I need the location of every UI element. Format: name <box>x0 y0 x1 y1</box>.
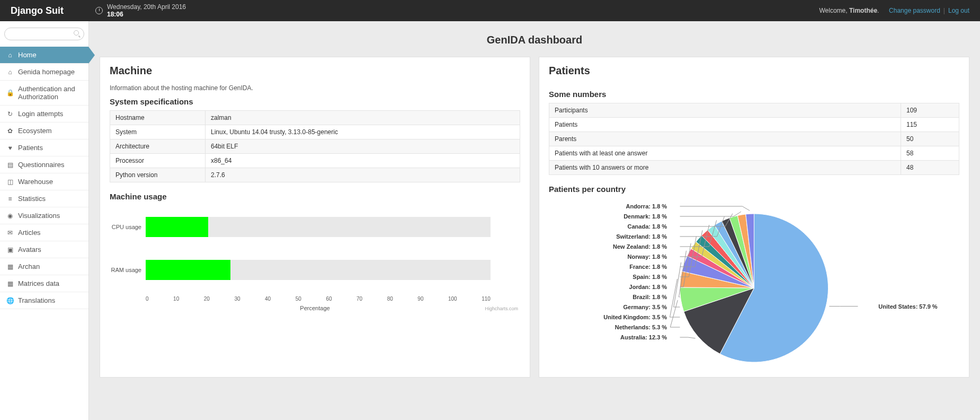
chart-tick: 0 <box>146 296 149 302</box>
num-value: 50 <box>901 132 959 146</box>
nav-item-questionnaires[interactable]: ▤Questionnaires <box>0 156 88 173</box>
spec-value: 64bit ELF <box>206 139 520 154</box>
page-title: GenIDA dashboard <box>100 27 969 57</box>
globe-icon: 🌐 <box>6 297 14 304</box>
nav-item-archan[interactable]: ▦Archan <box>0 258 88 275</box>
header-user-area: Welcome, Timothée. Change password | Log… <box>819 7 969 14</box>
chart-bar-track <box>146 217 491 237</box>
home-icon: ⌂ <box>6 68 14 76</box>
logout-link[interactable]: Log out <box>948 7 969 14</box>
chart-x-label: Percentage <box>110 305 520 311</box>
chart-tick: 10 <box>173 296 179 302</box>
nav-item-label: Translations <box>18 296 55 304</box>
table-row: Architecture64bit ELF <box>110 139 520 154</box>
chart-category-label: CPU usage <box>110 224 141 230</box>
chart-tick: 70 <box>357 296 362 302</box>
nav-item-visualizations[interactable]: ◉Visualizations <box>0 207 88 224</box>
table-row: Processorx86_64 <box>110 154 520 168</box>
chart-tick: 60 <box>326 296 332 302</box>
chart-bar <box>146 260 230 280</box>
pie-label: Jordan: 1.8 % <box>629 284 667 290</box>
pie-label: Spain: 1.8 % <box>632 274 667 280</box>
chart-row: RAM usage <box>110 260 520 280</box>
chart-tick: 90 <box>417 296 423 302</box>
chart-tick: 30 <box>234 296 240 302</box>
pie-chart: United States: 57.9 %Australia: 12.3 %Ne… <box>549 198 959 368</box>
eye-icon: ◉ <box>6 212 14 220</box>
refresh-icon: ↻ <box>6 110 14 118</box>
num-key: Parents <box>549 132 901 146</box>
nav-item-login-attempts[interactable]: ↻Login attempts <box>0 106 88 122</box>
nav-item-label: Patients <box>18 144 43 152</box>
nav-item-ecosystem[interactable]: ✿Ecosystem <box>0 122 88 139</box>
sidebar: ⌂Home⌂Genida homepage🔒Authentication and… <box>0 21 89 420</box>
per-country-heading: Patients per country <box>549 185 959 194</box>
spec-key: Hostname <box>110 111 206 125</box>
nav-item-matrices-data[interactable]: ▦Matrices data <box>0 275 88 292</box>
num-value: 115 <box>901 118 959 132</box>
table-row: Patients with at least one answer58 <box>549 146 959 161</box>
chart-bar-track <box>146 260 491 280</box>
list-icon: ▤ <box>6 161 14 169</box>
welcome-text: Welcome, Timothée. <box>819 7 879 14</box>
table-row: Python version2.7.6 <box>110 168 520 182</box>
chart-bar <box>146 217 208 237</box>
specs-table: HostnamezalmanSystemLinux, Ubuntu 14.04 … <box>110 110 520 182</box>
nav-item-label: Warehouse <box>18 178 53 186</box>
grid-icon: ▦ <box>6 280 14 287</box>
search-input[interactable] <box>4 28 84 40</box>
machine-description: Information about the hosting machine fo… <box>110 84 520 92</box>
spec-value: x86_64 <box>206 154 520 168</box>
change-password-link[interactable]: Change password <box>889 7 940 14</box>
nav-item-articles[interactable]: ✉Articles <box>0 224 88 241</box>
pie-label: Switzerland: 1.8 % <box>616 233 667 240</box>
box-icon: ◫ <box>6 178 14 186</box>
nav-item-translations[interactable]: 🌐Translations <box>0 292 88 309</box>
pie-label: Germany: 3.5 % <box>623 304 667 310</box>
clock-icon <box>95 7 103 14</box>
header: Django Suit Wednesday, 20th April 2016 1… <box>0 0 980 21</box>
nav-item-label: Questionnaires <box>18 161 64 169</box>
specs-heading: System specifications <box>110 97 520 106</box>
header-time: 18:06 <box>107 11 123 18</box>
nav-item-warehouse[interactable]: ◫Warehouse <box>0 173 88 190</box>
brand[interactable]: Django Suit <box>11 5 95 16</box>
heart-icon: ♥ <box>6 144 14 152</box>
usage-heading: Machine usage <box>110 192 520 201</box>
nav-item-authentication-and-authorization[interactable]: 🔒Authentication and Authorization <box>0 81 88 106</box>
nav-item-label: Matrices data <box>18 279 59 287</box>
nav-item-label: Login attempts <box>18 110 63 118</box>
nav-item-label: Home <box>18 51 37 59</box>
nav-item-patients[interactable]: ♥Patients <box>0 139 88 156</box>
patients-panel: Patients Some numbers Participants109Pat… <box>539 57 969 378</box>
pie-label: Brazil: 1.8 % <box>632 294 667 300</box>
nav-item-label: Visualizations <box>18 212 60 220</box>
chart-tick: 20 <box>204 296 210 302</box>
machine-panel: Machine Information about the hosting ma… <box>100 57 530 378</box>
nav-item-label: Statistics <box>18 195 46 203</box>
search-icon[interactable] <box>74 30 80 37</box>
nav-item-avatars[interactable]: ▣Avatars <box>0 241 88 258</box>
home-icon: ⌂ <box>6 51 14 59</box>
spec-value: Linux, Ubuntu 14.04 trusty, 3.13.0-85-ge… <box>206 125 520 139</box>
chart-tick: 80 <box>387 296 393 302</box>
num-value: 48 <box>901 161 959 175</box>
nav-item-genida-homepage[interactable]: ⌂Genida homepage <box>0 64 88 81</box>
chart-x-axis: 0102030405060708090100110 <box>146 296 491 302</box>
spec-key: Processor <box>110 154 206 168</box>
table-row: Patients with 10 answers or more48 <box>549 161 959 175</box>
nav-item-statistics[interactable]: ≡Statistics <box>0 190 88 207</box>
num-value: 58 <box>901 146 959 161</box>
num-key: Patients <box>549 118 901 132</box>
pie-label: Australia: 12.3 % <box>620 334 667 340</box>
spec-value: zalman <box>206 111 520 125</box>
chart-credit: Highcharts.com <box>485 306 518 311</box>
pie-label: United Kingdom: 3.5 % <box>603 314 667 320</box>
nav-item-home[interactable]: ⌂Home <box>0 47 88 64</box>
pie-label: Netherlands: 5.3 % <box>615 324 667 330</box>
pie-label: France: 1.8 % <box>629 264 667 270</box>
pie-label: Andorra: 1.8 % <box>626 203 667 209</box>
num-value: 109 <box>901 103 959 118</box>
header-datetime: Wednesday, 20th April 2016 18:06 <box>95 3 186 18</box>
chart-tick: 110 <box>482 296 491 302</box>
